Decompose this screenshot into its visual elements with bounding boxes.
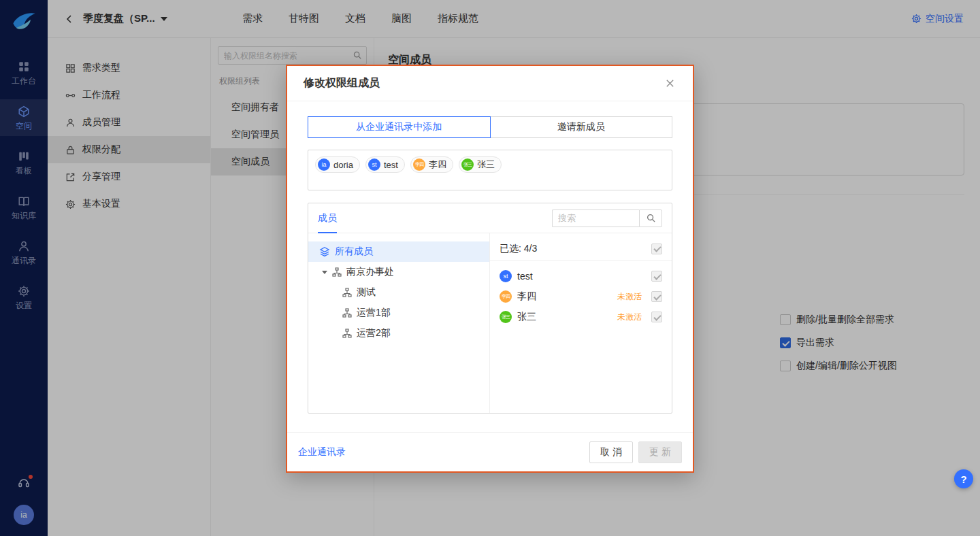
layers-icon bbox=[319, 246, 330, 257]
member-chip-test[interactable]: st test bbox=[365, 156, 405, 173]
tree-item-nanjing-office[interactable]: 南京办事处 bbox=[308, 262, 489, 282]
chip-label: 张三 bbox=[477, 158, 495, 171]
department-icon bbox=[342, 308, 352, 318]
enterprise-directory-link[interactable]: 企业通讯录 bbox=[298, 446, 346, 458]
tree-item-label: 测试 bbox=[357, 286, 376, 299]
member-name: test bbox=[517, 271, 533, 282]
avatar: ia bbox=[318, 158, 330, 171]
close-button[interactable] bbox=[663, 77, 676, 90]
tree-item-all-members[interactable]: 所有成员 bbox=[308, 241, 489, 262]
org-tree: 所有成员 南京办事处 测试 运营1部 bbox=[308, 233, 490, 413]
department-icon bbox=[332, 267, 342, 277]
selected-members-box[interactable]: ia doria st test 李四 李四 张三 张三 bbox=[308, 150, 672, 190]
caret-down-icon[interactable] bbox=[322, 271, 327, 274]
member-search-input[interactable] bbox=[552, 210, 639, 227]
dialog-title: 修改权限组成员 bbox=[304, 76, 380, 90]
selected-summary-row: 已选: 4/3 bbox=[490, 237, 672, 261]
member-checkbox[interactable] bbox=[651, 291, 662, 302]
member-chip-doria[interactable]: ia doria bbox=[315, 156, 360, 173]
search-button[interactable] bbox=[639, 210, 662, 227]
dialog-header: 修改权限组成员 bbox=[287, 66, 693, 101]
member-name: 张三 bbox=[517, 311, 536, 323]
close-icon bbox=[665, 78, 675, 88]
help-button[interactable]: ? bbox=[954, 469, 973, 488]
avatar: 张三 bbox=[500, 311, 512, 323]
cancel-button[interactable]: 取 消 bbox=[589, 441, 633, 463]
tab-add-from-directory[interactable]: 从企业通讯录中添加 bbox=[308, 116, 491, 138]
member-name: 李四 bbox=[517, 290, 536, 303]
member-row-test[interactable]: st test bbox=[490, 266, 672, 286]
department-icon bbox=[342, 288, 352, 297]
select-all-checkbox[interactable] bbox=[651, 244, 662, 254]
member-chip-lisi[interactable]: 李四 李四 bbox=[410, 156, 453, 173]
edit-permission-group-members-dialog: 修改权限组成员 从企业通讯录中添加 邀请新成员 ia doria st test bbox=[286, 65, 694, 473]
update-button[interactable]: 更 新 bbox=[638, 441, 682, 463]
avatar: st bbox=[368, 158, 380, 171]
selected-summary: 已选: 4/3 bbox=[500, 243, 537, 255]
dialog-footer: 企业通讯录 取 消 更 新 bbox=[287, 432, 693, 471]
avatar: 张三 bbox=[461, 158, 474, 171]
member-status: 未激活 bbox=[617, 312, 642, 323]
tree-item-label: 运营1部 bbox=[357, 307, 391, 319]
dialog-tabs: 从企业通讯录中添加 邀请新成员 bbox=[308, 116, 672, 138]
avatar: st bbox=[500, 270, 512, 282]
tab-invite-new-member[interactable]: 邀请新成员 bbox=[490, 116, 673, 138]
member-row-lisi[interactable]: 李四 李四 未激活 bbox=[490, 286, 672, 307]
picker-tab-label: 成员 bbox=[318, 212, 337, 224]
member-status: 未激活 bbox=[617, 291, 642, 303]
avatar: 李四 bbox=[500, 290, 512, 303]
tree-item-ops1-dept[interactable]: 运营1部 bbox=[308, 303, 489, 323]
member-list: st test 李四 李四 未激活 bbox=[490, 261, 672, 327]
member-picker: 成员 所有成员 bbox=[308, 203, 672, 414]
picker-columns: 所有成员 南京办事处 测试 运营1部 bbox=[308, 233, 672, 413]
chip-label: test bbox=[384, 160, 398, 170]
member-selection-list: 已选: 4/3 st test bbox=[490, 233, 672, 413]
member-checkbox[interactable] bbox=[651, 312, 662, 322]
dialog-body: 从企业通讯录中添加 邀请新成员 ia doria st test 李四 李四 张… bbox=[287, 101, 693, 414]
search-icon bbox=[646, 213, 656, 223]
picker-search bbox=[552, 210, 662, 227]
tree-item-test-dept[interactable]: 测试 bbox=[308, 282, 489, 303]
member-checkbox[interactable] bbox=[651, 271, 662, 282]
tree-item-label: 南京办事处 bbox=[346, 266, 394, 278]
avatar: 李四 bbox=[413, 158, 425, 171]
tree-item-ops2-dept[interactable]: 运营2部 bbox=[308, 323, 489, 344]
picker-header: 成员 bbox=[308, 203, 672, 233]
member-row-zhangsan[interactable]: 张三 张三 未激活 bbox=[490, 307, 672, 327]
chip-label: doria bbox=[333, 160, 353, 170]
tree-item-label: 所有成员 bbox=[335, 246, 373, 258]
member-chip-zhangsan[interactable]: 张三 张三 bbox=[459, 156, 502, 173]
department-icon bbox=[342, 329, 352, 338]
chip-label: 李四 bbox=[429, 158, 446, 171]
tree-item-label: 运营2部 bbox=[357, 327, 391, 339]
footer-buttons: 取 消 更 新 bbox=[589, 441, 682, 463]
tab-members[interactable]: 成员 bbox=[318, 203, 337, 233]
app: 工作台 空间 看板 知识库 通讯录 设置 bbox=[0, 0, 980, 536]
